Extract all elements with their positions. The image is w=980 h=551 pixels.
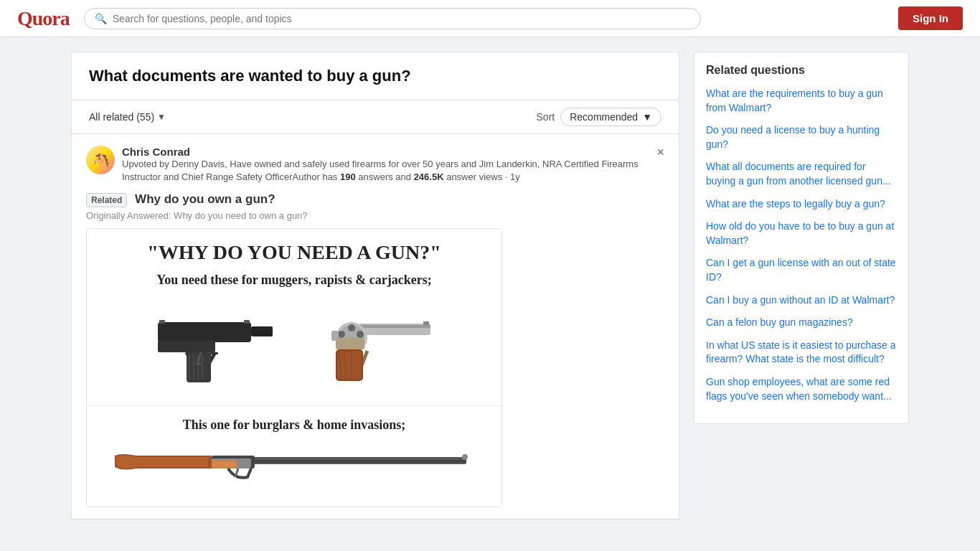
svg-rect-12 xyxy=(359,325,430,328)
svg-point-15 xyxy=(348,324,355,331)
avatar: 🐴 xyxy=(86,146,115,174)
svg-rect-0 xyxy=(158,322,251,342)
svg-rect-2 xyxy=(158,341,215,352)
header-right: Sign In xyxy=(898,6,963,30)
pistol-svg xyxy=(143,301,287,387)
related-question-item: What are the steps to legally buy a gun? xyxy=(706,197,897,212)
answer-header: 🐴 Chris Conrad Upvoted by Denny Davis, H… xyxy=(86,146,664,184)
meme-subtitle2: This one for burglars & home invasions; xyxy=(101,418,487,433)
shotgun-svg xyxy=(108,446,481,489)
svg-rect-10 xyxy=(244,320,250,324)
search-input[interactable] xyxy=(113,13,690,24)
all-related-label: All related (55) xyxy=(89,111,154,123)
search-icon: 🔍 xyxy=(95,13,107,24)
related-question-text: Why do you own a gun? xyxy=(135,192,275,206)
svg-rect-21 xyxy=(336,338,364,349)
author-details: Chris Conrad Upvoted by Denny Davis, Hav… xyxy=(122,146,656,184)
sign-in-button[interactable]: Sign In xyxy=(898,6,963,30)
related-question-link[interactable]: What are the steps to legally buy a gun? xyxy=(706,198,885,209)
related-questions-list: What are the requirements to buy a gun f… xyxy=(706,87,897,403)
related-question-item: In what US state is it easiest to purcha… xyxy=(706,339,897,367)
guns-row xyxy=(101,293,487,394)
related-question-link[interactable]: Can I buy a gun without an ID at Walmart… xyxy=(706,294,895,306)
sort-dropdown[interactable]: Recommended ▼ xyxy=(560,108,661,126)
related-question-link[interactable]: Can I get a gun license with an out of s… xyxy=(706,257,896,283)
svg-point-36 xyxy=(462,454,468,460)
related-question-item: Gun shop employees, what are some red fl… xyxy=(706,375,897,403)
related-question-item: Do you need a license to buy a hunting g… xyxy=(706,123,897,151)
related-questions-title: Related questions xyxy=(706,64,897,77)
revolver-svg xyxy=(301,301,445,387)
author-bio: Upvoted by Denny Davis, Have owned and s… xyxy=(122,158,656,184)
author-info: 🐴 Chris Conrad Upvoted by Denny Davis, H… xyxy=(86,146,656,184)
chevron-down-icon: ▼ xyxy=(157,112,166,122)
svg-point-20 xyxy=(338,331,345,338)
meme-title: "WHY DO YOU NEED A GUN?" xyxy=(101,240,487,265)
question-title: What documents are wanted to buy a gun? xyxy=(89,67,661,85)
related-question-link[interactable]: Gun shop employees, what are some red fl… xyxy=(706,376,892,402)
svg-rect-28 xyxy=(423,321,429,325)
related-question-item: How old do you have to be to buy a gun a… xyxy=(706,220,897,248)
meme-image: "WHY DO YOU NEED A GUN?" You need these … xyxy=(86,228,502,508)
related-question-item: What all documents are required for buyi… xyxy=(706,160,897,188)
related-questions-box: Related questions What are the requireme… xyxy=(694,52,909,424)
related-question-item: Can I get a gun license with an out of s… xyxy=(706,256,897,284)
related-question-link[interactable]: In what US state is it easiest to purcha… xyxy=(706,339,896,365)
close-button[interactable]: × xyxy=(656,146,664,159)
originally-answered: Originally Answered: Why do you need to … xyxy=(86,210,664,221)
related-question-item: Can a felon buy gun magazines? xyxy=(706,316,897,330)
sort-wrap: Sort Recommended ▼ xyxy=(537,108,661,126)
related-tag: Related xyxy=(86,193,127,207)
meme-section-top: "WHY DO YOU NEED A GUN?" You need these … xyxy=(87,229,501,406)
related-question-item: What are the requirements to buy a gun f… xyxy=(706,87,897,115)
author-bio-middle: answers and xyxy=(356,171,414,182)
search-bar: 🔍 xyxy=(84,8,701,29)
related-question-row: Related Why do you own a gun? xyxy=(86,192,664,207)
related-question-link[interactable]: Can a felon buy gun magazines? xyxy=(706,316,853,328)
content-area: What documents are wanted to buy a gun? … xyxy=(71,52,679,519)
meme-subtitle1: You need these for muggers, rapists & ca… xyxy=(101,273,487,288)
related-question-link[interactable]: Do you need a license to buy a hunting g… xyxy=(706,124,880,150)
svg-rect-30 xyxy=(251,460,466,463)
all-related-toggle[interactable]: All related (55) ▼ xyxy=(89,111,166,123)
author-bio-suffix: answer views · 1y xyxy=(444,171,520,182)
chevron-down-icon: ▼ xyxy=(642,111,652,123)
header: Quora 🔍 Sign In xyxy=(0,0,980,37)
svg-rect-3 xyxy=(209,352,218,354)
answers-count: 190 xyxy=(340,171,356,182)
main-layout: What documents are wanted to buy a gun? … xyxy=(60,37,920,534)
sort-label: Sort xyxy=(537,111,555,123)
sort-dropdown-value: Recommended xyxy=(570,111,638,123)
related-question-link[interactable]: How old do you have to be to buy a gun a… xyxy=(706,220,894,246)
answer-card: 🐴 Chris Conrad Upvoted by Denny Davis, H… xyxy=(71,134,679,519)
svg-rect-9 xyxy=(159,320,165,324)
question-block: What documents are wanted to buy a gun? xyxy=(71,52,679,100)
meme-section-bottom: This one for burglars & home invasions; xyxy=(87,405,501,507)
svg-rect-1 xyxy=(251,326,273,336)
shotgun-row xyxy=(101,438,487,495)
answers-bar: All related (55) ▼ Sort Recommended ▼ xyxy=(71,100,679,134)
author-name: Chris Conrad xyxy=(122,146,656,158)
related-question-link[interactable]: What all documents are required for buyi… xyxy=(706,161,891,187)
related-question-link[interactable]: What are the requirements to buy a gun f… xyxy=(706,88,883,113)
svg-rect-27 xyxy=(331,331,339,341)
sidebar: Related questions What are the requireme… xyxy=(694,52,909,519)
views-count: 246.5K xyxy=(414,171,444,182)
related-question-item: Can I buy a gun without an ID at Walmart… xyxy=(706,293,897,308)
quora-logo[interactable]: Quora xyxy=(17,7,70,30)
avatar-image: 🐴 xyxy=(86,146,115,174)
svg-point-16 xyxy=(357,331,364,338)
